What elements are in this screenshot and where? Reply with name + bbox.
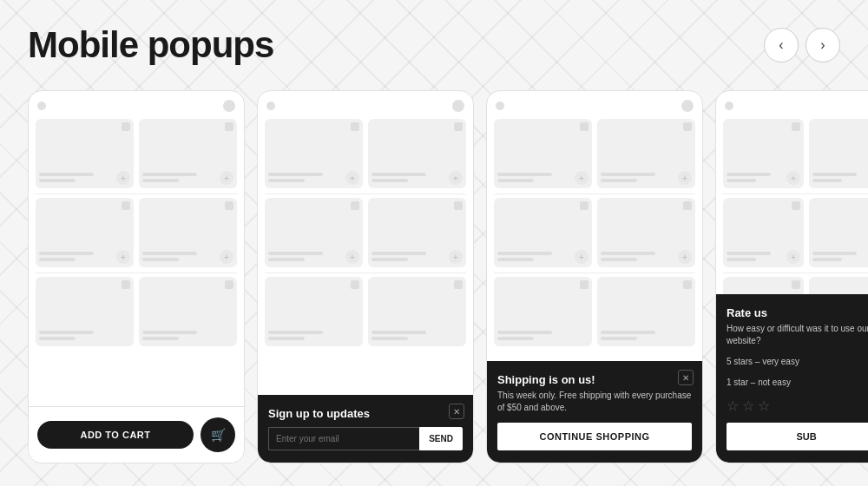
product-line: [39, 252, 94, 255]
heart-icon: [225, 201, 233, 210]
product-line: [142, 331, 197, 334]
heart-icon: [580, 201, 589, 210]
mobile-topbar-2: [265, 100, 466, 112]
product-tile: +: [809, 119, 868, 188]
product-tile: +: [809, 198, 868, 267]
product-line: [497, 179, 534, 182]
product-line: [727, 252, 771, 255]
add-btn-placeholder: +: [678, 171, 692, 185]
product-tile: [36, 277, 134, 346]
send-button[interactable]: SEND: [419, 427, 463, 450]
product-line: [497, 331, 552, 334]
heart-icon: [122, 122, 130, 131]
star-1[interactable]: ☆: [727, 397, 739, 414]
card-divider: [723, 273, 868, 273]
product-tile: +: [265, 198, 363, 267]
card-divider: [494, 194, 695, 194]
product-line: [39, 331, 94, 334]
add-btn-placeholder: +: [786, 171, 800, 185]
product-tile: +: [36, 119, 134, 188]
product-line: [727, 179, 756, 182]
heart-icon: [683, 280, 692, 289]
rate-us-popup: Rate us How easy or difficult was it to …: [716, 294, 868, 463]
add-btn-placeholder: +: [116, 171, 130, 185]
card-divider: [265, 194, 466, 194]
product-line: [268, 179, 305, 182]
popup-close-button[interactable]: ✕: [449, 404, 464, 419]
heart-icon: [792, 122, 800, 131]
mobile-topbar-4: [723, 100, 868, 112]
product-line: [372, 252, 426, 255]
product-line: [727, 258, 756, 261]
heart-icon: [792, 280, 800, 289]
add-to-cart-button[interactable]: ADD TO CART: [37, 421, 194, 449]
card-divider: [265, 273, 466, 273]
topbar-dot: [37, 102, 46, 110]
email-input[interactable]: [268, 427, 419, 450]
shipping-popup: ✕ Shipping is on us! This week only. Fre…: [487, 361, 702, 463]
prev-arrow-button[interactable]: ‹: [764, 28, 799, 62]
product-grid-top: + +: [723, 119, 868, 188]
product-grid-middle: + +: [265, 198, 466, 267]
product-tile: [494, 277, 592, 346]
product-tile: +: [368, 198, 466, 267]
product-line: [142, 258, 179, 261]
product-line: [372, 258, 408, 261]
product-line: [372, 173, 426, 176]
mobile-card-4: + + +: [715, 90, 868, 463]
navigation-arrows: ‹ ›: [764, 28, 840, 62]
heart-icon: [122, 201, 130, 210]
product-grid-bottom: [265, 277, 466, 346]
product-line: [268, 337, 305, 340]
topbar-dot: [496, 102, 504, 110]
product-line: [268, 252, 323, 255]
mobile-topbar-3: [494, 100, 695, 112]
next-arrow-button[interactable]: ›: [806, 28, 840, 62]
email-input-row: SEND: [268, 427, 463, 450]
product-line: [497, 252, 552, 255]
rate-us-text-1: How easy or difficult was it to use our …: [727, 323, 868, 347]
heart-icon: [351, 280, 359, 289]
mobile-card-2: + + +: [257, 90, 474, 463]
product-tile: +: [139, 119, 237, 188]
product-tile: [368, 277, 466, 346]
product-tile: +: [723, 198, 804, 267]
stars-rating[interactable]: ☆ ☆ ☆: [727, 397, 868, 414]
product-line: [812, 252, 857, 255]
star-3[interactable]: ☆: [758, 397, 770, 414]
product-tile: +: [265, 119, 363, 188]
shipping-popup-title: Shipping is on us!: [497, 373, 692, 386]
product-line: [268, 331, 323, 334]
cart-icon-button[interactable]: 🛒: [201, 417, 235, 452]
page-header: Mobile popups ‹ ›: [28, 24, 840, 66]
popup-close-button[interactable]: ✕: [678, 370, 694, 385]
product-grid-top: + +: [265, 119, 466, 188]
product-grid-bottom: [36, 277, 237, 346]
rate-us-title: Rate us: [727, 306, 868, 319]
topbar-icon: [681, 100, 694, 112]
add-btn-placeholder: +: [575, 171, 589, 185]
mobile-card-3: + + +: [486, 90, 703, 463]
heart-icon: [454, 201, 463, 210]
product-line: [601, 258, 637, 261]
heart-icon: [792, 201, 800, 210]
product-tile: +: [723, 119, 804, 188]
heart-icon: [454, 280, 463, 289]
email-signup-title: Sign up to updates: [268, 407, 463, 420]
product-line: [601, 337, 637, 340]
product-tile: +: [368, 119, 466, 188]
product-line: [372, 179, 408, 182]
rate-submit-button[interactable]: SUB: [727, 423, 868, 450]
product-line: [39, 337, 76, 340]
card-divider: [494, 273, 695, 273]
product-line: [812, 179, 842, 182]
add-to-cart-popup: ADD TO CART 🛒: [29, 406, 244, 463]
product-tile: +: [36, 198, 134, 267]
product-line: [497, 173, 552, 176]
card-divider: [36, 194, 237, 194]
product-grid-top: + +: [36, 119, 237, 188]
continue-shopping-button[interactable]: CONTINUE SHOPPING: [497, 423, 692, 450]
star-2[interactable]: ☆: [742, 397, 754, 414]
product-tile: +: [494, 198, 592, 267]
add-btn-placeholder: +: [449, 250, 463, 264]
